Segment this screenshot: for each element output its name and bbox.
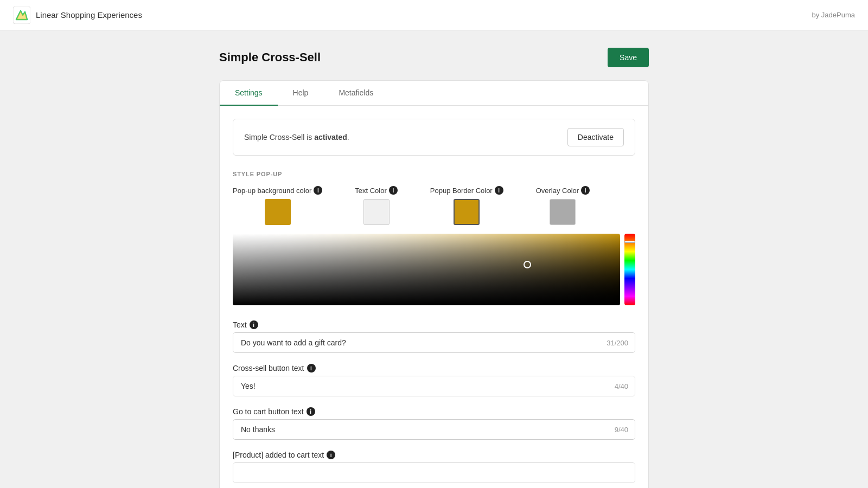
popup-bg-label: Pop-up background color i [233, 186, 322, 195]
activation-status: activated [314, 133, 347, 142]
text-color-picker: Text Color i [355, 186, 398, 225]
style-popup-section: STYLE POP-UP Pop-up background color i [233, 171, 635, 305]
field-group-crosssell: Cross-sell button text i 4/40 [233, 364, 635, 396]
text-color-label: Text Color i [355, 186, 398, 195]
text-color-info-icon[interactable]: i [389, 186, 398, 195]
field-text-wrap: 31/200 [233, 332, 635, 353]
app-header: Linear Shopping Experiences by JadePuma [0, 0, 868, 30]
style-popup-label: STYLE POP-UP [233, 171, 635, 177]
field-product-added-label: [Product] added to cart text i [233, 451, 635, 459]
popup-bg-swatch[interactable] [265, 199, 291, 225]
text-color-swatch[interactable] [363, 199, 390, 225]
field-cart-info-icon[interactable]: i [307, 407, 315, 416]
picker-cursor [524, 261, 531, 268]
tabs-bar: Settings Help Metafields [220, 81, 648, 106]
field-crosssell-label: Cross-sell button text i [233, 364, 635, 373]
overlay-color-label: Overlay Color i [536, 186, 590, 195]
color-picker-area [233, 234, 635, 305]
field-cart-wrap: 9/40 [233, 419, 635, 440]
field-product-added-info-icon[interactable]: i [327, 451, 335, 459]
popup-border-swatch[interactable] [454, 199, 480, 225]
color-gradient-canvas[interactable] [233, 234, 620, 305]
app-title: Linear Shopping Experiences [36, 10, 142, 20]
popup-border-info-icon[interactable]: i [495, 186, 503, 195]
field-group-product-added: [Product] added to cart text i [233, 451, 635, 483]
hue-cursor [624, 241, 635, 243]
popup-bg-color-picker: Pop-up background color i [233, 186, 322, 225]
field-text-info-icon[interactable]: i [250, 320, 258, 329]
save-button[interactable]: Save [608, 48, 649, 67]
card-content: Simple Cross-Sell is activated. Deactiva… [220, 106, 648, 488]
activation-banner: Simple Cross-Sell is activated. Deactiva… [233, 119, 635, 156]
field-group-text: Text i 31/200 [233, 320, 635, 353]
field-text-counter: 31/200 [607, 339, 628, 347]
popup-border-label: Popup Border Color i [430, 186, 503, 195]
settings-card: Settings Help Metafields Simple Cross-Se… [219, 80, 649, 488]
popup-border-color-picker: Popup Border Color i [430, 186, 503, 225]
field-product-added-wrap [233, 463, 635, 483]
popup-bg-info-icon[interactable]: i [314, 186, 322, 195]
fields-section: Text i 31/200 Cross-sell button text i [233, 320, 635, 483]
color-hue-slider[interactable] [624, 234, 635, 305]
page-title: Simple Cross-Sell [219, 50, 321, 65]
tab-settings[interactable]: Settings [220, 81, 278, 106]
field-crosssell-info-icon[interactable]: i [307, 364, 316, 373]
field-text-label: Text i [233, 320, 635, 329]
field-crosssell-wrap: 4/40 [233, 376, 635, 396]
overlay-color-swatch[interactable] [550, 199, 576, 225]
logo-icon [13, 7, 30, 24]
field-cart-counter: 9/40 [615, 426, 628, 434]
activation-text: Simple Cross-Sell is activated. [244, 133, 349, 142]
field-crosssell-counter: 4/40 [615, 382, 628, 390]
field-group-cart: Go to cart button text i 9/40 [233, 407, 635, 440]
color-pickers-row: Pop-up background color i Text Color i [233, 186, 635, 225]
field-crosssell-input[interactable] [233, 376, 635, 396]
main-content: Simple Cross-Sell Save Settings Help Met… [206, 30, 662, 488]
overlay-color-info-icon[interactable]: i [581, 186, 590, 195]
header-by: by JadePuma [812, 11, 856, 19]
tab-help[interactable]: Help [278, 81, 324, 106]
page-header: Simple Cross-Sell Save [219, 48, 649, 67]
tab-metafields[interactable]: Metafields [323, 81, 388, 106]
overlay-color-picker: Overlay Color i [536, 186, 590, 225]
deactivate-button[interactable]: Deactivate [567, 128, 624, 146]
field-text-input[interactable] [233, 333, 635, 352]
header-left: Linear Shopping Experiences [13, 7, 142, 24]
field-cart-label: Go to cart button text i [233, 407, 635, 416]
field-product-added-input[interactable] [233, 463, 635, 483]
field-cart-input[interactable] [233, 420, 635, 439]
